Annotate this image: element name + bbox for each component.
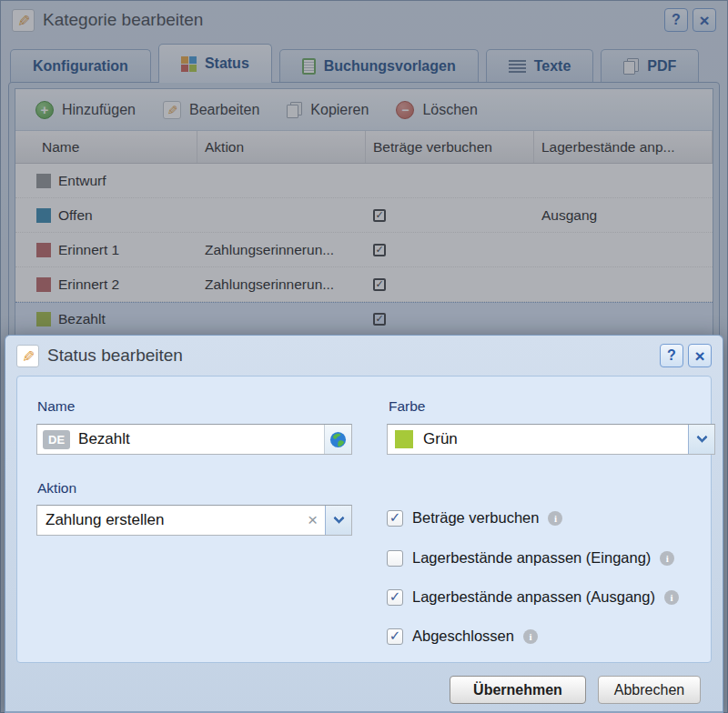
chevron-down-icon <box>696 431 708 443</box>
cancel-button[interactable]: Abbrechen <box>598 676 701 704</box>
dialog-body: Name DE Bezahlt Farbe Grün Aktion Za <box>16 376 712 663</box>
status-bearbeiten-dialog: Status bearbeiten ? × Name DE Bezahlt Fa… <box>5 335 723 713</box>
dialog-title: Status bearbeiten <box>47 346 183 366</box>
action-select-value: Zahlung erstellen <box>46 511 164 529</box>
checkbox-row-lagerbestaende-anpassen-eingang: Lagerbestände anpassen (Eingang) i <box>387 549 674 567</box>
translations-button[interactable] <box>324 425 351 454</box>
info-icon[interactable]: i <box>548 511 562 526</box>
checkbox-row-abgeschlossen: Abgeschlossen i <box>387 628 538 645</box>
checkbox-label: Lagerbestände anpassen (Ausgang) <box>412 588 655 606</box>
clear-action-icon[interactable]: × <box>300 510 325 530</box>
action-select[interactable]: Zahlung erstellen × <box>36 505 352 536</box>
checkbox-lagerbestaende-anpassen-ausgang[interactable] <box>387 589 403 606</box>
color-field-label: Farbe <box>389 398 426 415</box>
globe-icon <box>329 431 347 448</box>
action-dropdown-trigger[interactable] <box>325 506 351 535</box>
color-dropdown-trigger[interactable] <box>688 425 714 454</box>
checkbox-abgeschlossen[interactable] <box>387 628 403 645</box>
dialog-help-button[interactable]: ? <box>660 344 683 367</box>
checkbox-row-lagerbestaende-anpassen-ausgang: Lagerbestände anpassen (Ausgang) i <box>387 588 679 606</box>
checkbox-label: Beträge verbuchen <box>412 509 539 527</box>
info-icon[interactable]: i <box>664 590 679 605</box>
name-input[interactable]: DE Bezahlt <box>36 424 352 455</box>
info-icon[interactable]: i <box>523 629 538 644</box>
checkbox-lagerbestaende-anpassen-eingang[interactable] <box>387 550 403 567</box>
apply-button[interactable]: Übernehmen <box>450 676 586 704</box>
dialog-footer-buttons: Übernehmen Abbrechen <box>450 676 701 704</box>
name-field-label: Name <box>37 398 75 415</box>
color-select[interactable]: Grün <box>387 424 715 455</box>
color-swatch <box>395 430 413 448</box>
color-select-value: Grün <box>423 430 458 448</box>
chevron-down-icon <box>333 512 345 524</box>
name-input-value: Bezahlt <box>78 430 130 448</box>
language-badge: DE <box>43 430 70 449</box>
edit-pencil-icon <box>16 345 39 367</box>
checkbox-row-betraege-verbuchen: Beträge verbuchen i <box>387 509 562 527</box>
checkbox-label: Abgeschlossen <box>412 628 514 645</box>
dialog-close-button[interactable]: × <box>688 344 712 367</box>
checkbox-label: Lagerbestände anpassen (Eingang) <box>412 549 651 567</box>
checkbox-betraege-verbuchen[interactable] <box>387 510 403 527</box>
dialog-header: Status bearbeiten ? × <box>5 336 723 376</box>
action-field-label: Aktion <box>37 480 76 497</box>
info-icon[interactable]: i <box>660 551 674 566</box>
